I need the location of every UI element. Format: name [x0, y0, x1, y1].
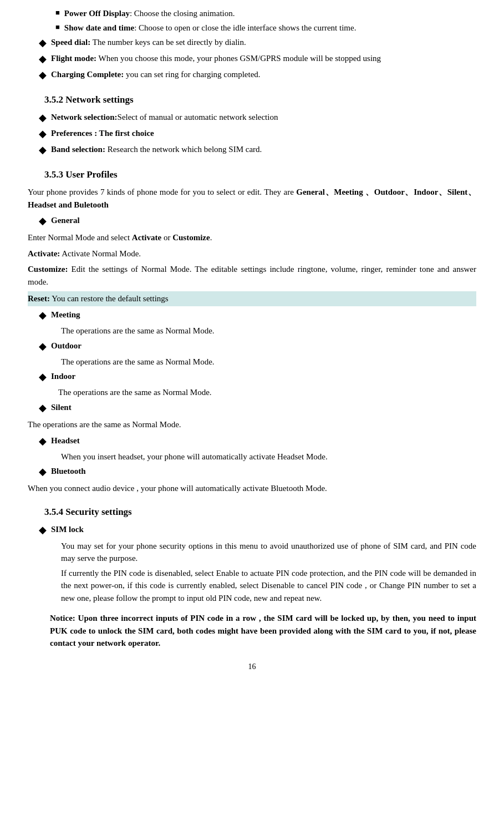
- charging-label: Charging Complete:: [51, 70, 124, 79]
- bluetooth-text: When you connect audio device , your pho…: [28, 482, 476, 495]
- square-bullet-show-date: ■ Show date and time: Choose to open or …: [28, 22, 476, 34]
- speed-dial-label: Speed dial:: [51, 38, 90, 47]
- diamond-meeting: ◆ Meeting: [28, 308, 476, 322]
- preferences-content: Preferences : The first choice: [51, 127, 476, 140]
- notice-para: Notice: Upon three incorrect inputs of P…: [28, 612, 476, 650]
- diamond-icon-9: ◆: [39, 340, 47, 353]
- general-heading: General: [51, 214, 476, 227]
- bluetooth-heading-text: Bluetooth: [51, 465, 476, 478]
- preferences-label: Preferences : The first choice: [51, 129, 154, 138]
- general-intro-para: Enter Normal Mode and select Activate or…: [28, 231, 476, 244]
- diamond-preferences: ◆ Preferences : The first choice: [28, 127, 476, 141]
- diamond-icon-14: ◆: [39, 523, 47, 537]
- diamond-flight-mode: ◆ Flight mode: When you choose this mode…: [28, 52, 476, 66]
- diamond-sim-lock: ◆ SIM lock: [28, 523, 476, 537]
- diamond-icon-6: ◆: [39, 143, 47, 157]
- activate-bold: Activate:: [28, 249, 60, 258]
- network-selection-content: Network selection:Select of manual or au…: [51, 111, 476, 124]
- power-off-label: Power Off Display: [64, 9, 130, 18]
- band-selection-content: Band selection: Research the network whi…: [51, 143, 476, 156]
- headset-text: When you insert headset, your phone will…: [28, 451, 476, 463]
- section-353-heading: 3.5.3 User Profiles: [44, 168, 476, 182]
- diamond-icon-5: ◆: [39, 127, 47, 141]
- customize-label-inline: Customize: [172, 233, 210, 242]
- indoor-text: The operations are the same as Normal Mo…: [28, 386, 476, 399]
- meeting-text: The operations are the same as Normal Mo…: [28, 325, 476, 337]
- diamond-outdoor: ◆ Outdoor: [28, 340, 476, 353]
- sim-lock-para1: You may set for your phone security opti…: [28, 540, 476, 565]
- customize-para: Customize: Edit the settings of Normal M…: [28, 263, 476, 288]
- diamond-icon-13: ◆: [39, 465, 47, 479]
- activate-para: Activate: Activate Normal Mode.: [28, 247, 476, 260]
- flight-mode-label: Flight mode:: [51, 54, 96, 63]
- section-353-intro: Your phone provides 7 kinds of phone mod…: [28, 186, 476, 211]
- sim-lock-para2: If currently the PIN code is disenabled,…: [28, 567, 476, 605]
- reset-bold: Reset:: [28, 294, 50, 303]
- square-bullet-text-1: Power Off Display: Choose the closing an…: [64, 7, 235, 20]
- indoor-heading-text: Indoor: [51, 370, 476, 383]
- square-bullet-power-off: ■ Power Off Display: Choose the closing …: [28, 7, 476, 20]
- diamond-icon-1: ◆: [39, 36, 47, 50]
- customize-bold: Customize:: [28, 265, 68, 274]
- diamond-icon-11: ◆: [39, 401, 47, 415]
- speed-dial-content: Speed dial: The number keys can be set d…: [51, 36, 476, 49]
- network-selection-label: Network selection:: [51, 113, 118, 122]
- charging-content: Charging Complete: you can set ring for …: [51, 68, 476, 81]
- section-352-heading: 3.5.2 Network settings: [44, 93, 476, 107]
- diamond-icon-10: ◆: [39, 370, 47, 384]
- diamond-network-selection: ◆ Network selection:Select of manual or …: [28, 111, 476, 125]
- headset-heading-text: Headset: [51, 434, 476, 447]
- band-selection-label: Band selection:: [51, 145, 105, 154]
- diamond-indoor: ◆ Indoor: [28, 370, 476, 384]
- diamond-icon-4: ◆: [39, 111, 47, 125]
- reset-para: Reset: You can restore the default setti…: [28, 291, 476, 306]
- diamond-icon-3: ◆: [39, 68, 47, 82]
- diamond-icon-12: ◆: [39, 434, 47, 448]
- section-354-heading: 3.5.4 Security settings: [44, 505, 476, 519]
- sim-lock-heading-text: SIM lock: [51, 523, 476, 536]
- diamond-icon-7: ◆: [39, 214, 47, 228]
- diamond-silent: ◆ Silent: [28, 401, 476, 415]
- outdoor-heading-text: Outdoor: [51, 340, 476, 352]
- diamond-charging: ◆ Charging Complete: you can set ring fo…: [28, 68, 476, 82]
- page-number: 16: [28, 661, 476, 672]
- silent-text: The operations are the same as Normal Mo…: [28, 418, 476, 431]
- diamond-speed-dial: ◆ Speed dial: The number keys can be set…: [28, 36, 476, 50]
- square-marker-2: ■: [55, 22, 60, 33]
- diamond-band-selection: ◆ Band selection: Research the network w…: [28, 143, 476, 157]
- diamond-bluetooth: ◆ Bluetooth: [28, 465, 476, 479]
- flight-mode-content: Flight mode: When you choose this mode, …: [51, 52, 476, 65]
- square-bullet-text-2: Show date and time: Choose to open or cl…: [64, 22, 357, 34]
- diamond-icon-2: ◆: [39, 52, 47, 66]
- outdoor-text: The operations are the same as Normal Mo…: [28, 356, 476, 368]
- diamond-headset: ◆ Headset: [28, 434, 476, 448]
- diamond-icon-8: ◆: [39, 308, 47, 322]
- diamond-general: ◆ General: [28, 214, 476, 228]
- silent-heading-text: Silent: [51, 401, 476, 414]
- square-marker-1: ■: [55, 7, 60, 18]
- activate-label-inline: Activate: [132, 233, 161, 242]
- show-date-label: Show date and time: [64, 23, 134, 32]
- meeting-heading-text: Meeting: [51, 308, 476, 321]
